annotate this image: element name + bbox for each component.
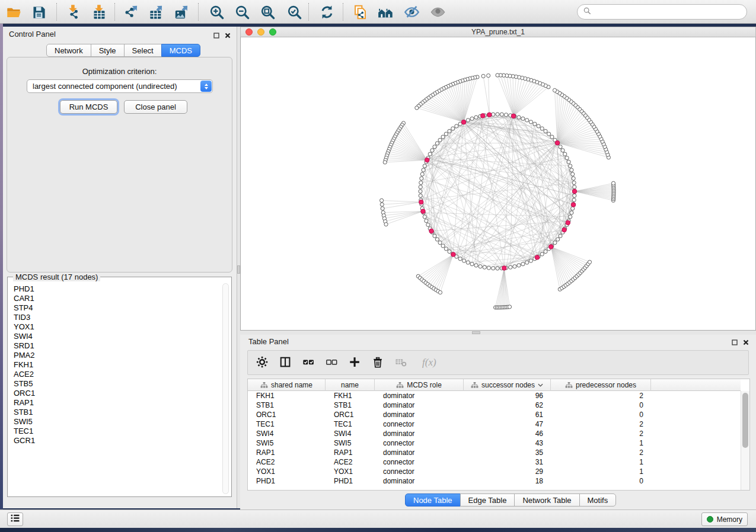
table-cell[interactable]: TEC1 [248,419,326,429]
deselect-all-checkboxes-button[interactable] [323,354,341,371]
refresh-button[interactable] [315,2,338,22]
network-node[interactable] [466,118,470,122]
network-node[interactable] [567,160,570,164]
network-node[interactable] [513,265,516,268]
network-node[interactable] [423,215,426,219]
open-file-button[interactable] [2,2,25,22]
network-node[interactable] [466,261,470,264]
mcds-result-item[interactable]: CAR1 [14,294,222,303]
float-panel-icon[interactable] [213,30,219,41]
column-header-shared-name[interactable]: shared name [248,379,326,391]
network-node[interactable] [384,223,388,226]
table-cell[interactable]: FKH1 [248,391,326,400]
network-node[interactable] [504,113,508,117]
table-row[interactable]: FKH1FKH1dominator962 [248,391,741,400]
mcds-result-item[interactable]: ACE2 [14,370,222,379]
column-header-name[interactable]: name [326,379,375,391]
network-node[interactable] [470,117,474,120]
clone-network-button[interactable] [349,2,371,22]
mcds-hub-node[interactable] [549,245,554,249]
table-cell[interactable]: dominator [375,400,464,410]
mcds-result-item[interactable]: STP4 [14,303,222,313]
run-mcds-button[interactable]: Run MCDS [60,100,117,114]
mcds-result-item[interactable]: PHD1 [14,284,222,294]
column-pane-button[interactable] [277,354,295,371]
network-node[interactable] [483,265,486,269]
network-node[interactable] [487,74,490,78]
import-table-button[interactable] [88,2,110,22]
network-node[interactable] [433,145,436,149]
column-header-MCDS-role[interactable]: MCDS role [375,379,464,391]
table-scrollbar[interactable] [741,391,749,490]
network-node[interactable] [455,124,458,128]
network-node[interactable] [496,73,499,77]
network-node[interactable] [556,238,560,241]
network-node[interactable] [563,152,567,156]
mcds-result-list[interactable]: PHD1CAR1STP4TID3YOX1SWI4SRD1PMA2FKH1ACE2… [9,284,222,495]
table-cell[interactable]: dominator [375,410,464,419]
network-node[interactable] [525,261,529,264]
network-node[interactable] [529,259,532,262]
table-cell[interactable]: 31 [464,457,551,467]
network-node[interactable] [496,267,499,270]
network-node[interactable] [573,185,576,189]
table-row[interactable]: PHD1PHD1dominator180 [248,476,741,486]
network-node[interactable] [474,116,478,119]
network-node[interactable] [537,124,540,128]
node-table-body[interactable]: FKH1FKH1dominator962STB1STB1dominator620… [248,391,741,490]
tab-select[interactable]: Select [124,44,162,57]
mcds-result-item[interactable]: STB5 [14,379,222,389]
table-cell[interactable]: RAP1 [326,448,375,457]
add-column-button[interactable] [346,354,364,371]
tab-node-table[interactable]: Node Table [405,493,461,507]
network-node[interactable] [508,305,511,309]
save-session-button[interactable] [27,2,50,22]
network-node[interactable] [479,265,482,268]
mcds-result-item[interactable]: SWI4 [14,332,222,341]
network-node[interactable] [430,149,434,152]
mcds-result-item[interactable]: TEC1 [14,427,222,436]
network-node[interactable] [419,194,422,197]
network-node[interactable] [517,116,521,119]
table-cell[interactable]: SWI4 [326,429,375,438]
table-cell[interactable]: connector [375,467,464,476]
network-node[interactable] [509,265,512,269]
network-node[interactable] [487,266,490,270]
horizontal-splitter[interactable] [240,331,756,335]
network-node[interactable] [444,247,448,251]
mcds-hub-node[interactable] [429,229,434,233]
table-cell[interactable]: PHD1 [248,476,326,486]
network-node[interactable] [540,127,544,130]
network-node[interactable] [444,132,448,136]
table-cell[interactable]: connector [375,419,464,429]
export-image-button[interactable] [170,2,193,22]
table-cell[interactable]: dominator [375,391,464,400]
mcds-result-item[interactable]: GCR1 [14,436,222,446]
task-history-button[interactable] [7,512,23,526]
zoom-in-button[interactable] [205,2,228,22]
network-node[interactable] [383,161,387,164]
network-node[interactable] [533,122,537,126]
table-row[interactable]: SWI4SWI4dominator462 [248,429,741,438]
table-cell[interactable]: 2 [551,429,651,438]
table-cell[interactable]: 96 [464,391,551,400]
mcds-hub-node[interactable] [562,227,567,232]
network-node[interactable] [500,113,503,116]
table-cell[interactable]: ORC1 [326,410,375,419]
table-cell[interactable]: SWI5 [326,438,375,448]
table-cell[interactable]: dominator [375,448,464,457]
table-cell[interactable]: 2 [551,448,651,457]
network-node[interactable] [565,156,569,159]
export-network-button[interactable] [120,2,142,22]
network-node[interactable] [425,219,428,223]
mcds-hub-node[interactable] [566,220,570,225]
network-node[interactable] [470,262,474,266]
network-node[interactable] [419,185,422,189]
network-node[interactable] [544,129,547,133]
mcds-result-scrollbar[interactable] [222,283,229,494]
table-cell[interactable]: SWI5 [248,438,326,448]
mcds-hub-node[interactable] [502,266,507,271]
table-cell[interactable]: connector [375,457,464,467]
hide-selected-button[interactable] [400,2,423,22]
network-node[interactable] [451,127,455,130]
